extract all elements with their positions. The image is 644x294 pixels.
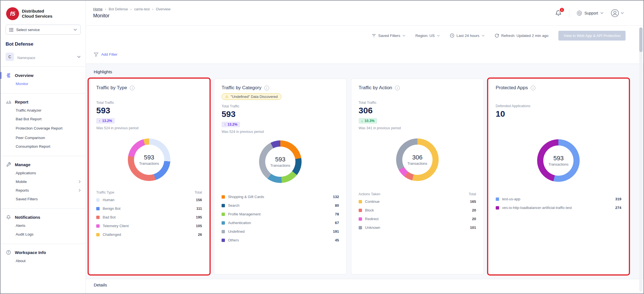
legend-item[interactable]: ves-io-http-loadbalancer-artificial-traf… xyxy=(496,203,621,212)
service-selector[interactable]: Select service xyxy=(6,25,81,35)
chevron-down-icon xyxy=(621,12,624,14)
sidebar-item-saved-filters[interactable]: Saved Filters xyxy=(1,195,86,203)
region-dropdown[interactable]: Region: US xyxy=(415,34,440,38)
legend-item[interactable]: Telemetry Client105 xyxy=(96,222,202,230)
legend-item[interactable]: Shopping & Gift Cards132 xyxy=(222,192,339,201)
card-traffic-by-category: Traffic by Category i ⚠ "Undefined" Data… xyxy=(214,79,347,274)
delta-badge: ↑ 13.2% xyxy=(222,122,240,127)
donut-chart[interactable]: 593 Transactions xyxy=(537,139,580,182)
info-icon[interactable]: i xyxy=(531,86,535,90)
legend: Traffic Type Total Human156 Benign Bot11… xyxy=(96,190,202,239)
legend-item[interactable]: Redirect20 xyxy=(359,215,476,223)
scrollbar-thumb[interactable] xyxy=(639,27,643,52)
legend-swatch xyxy=(96,207,100,210)
sidebar-item-report[interactable]: Report xyxy=(1,98,86,106)
breadcrumb-namespace[interactable]: carrie-test xyxy=(134,7,150,11)
donut-chart[interactable]: 593 Transactions xyxy=(128,138,170,181)
sidebar-item-bad-bot-report[interactable]: Bad Bot Report xyxy=(1,115,86,123)
legend-item[interactable]: Continue165 xyxy=(359,197,476,206)
sidebar-item-notifications[interactable]: Notifications xyxy=(1,213,86,221)
stat-value: 593 xyxy=(222,109,339,119)
info-icon[interactable]: i xyxy=(264,86,269,90)
donut-center-value: 593 xyxy=(553,155,564,162)
breadcrumb-overview[interactable]: Overview xyxy=(156,7,170,11)
user-menu[interactable] xyxy=(611,9,624,17)
notifications-bell-button[interactable]: 1 xyxy=(555,10,562,17)
bar-chart-icon xyxy=(6,100,11,104)
legend-item[interactable]: Profile Management78 xyxy=(222,210,339,218)
sidebar-item-audit-logs[interactable]: Audit Logs xyxy=(1,230,86,239)
sidebar-item-traffic-analyzer[interactable]: Traffic Analyzer xyxy=(1,106,86,115)
legend-item[interactable]: Undefined191 xyxy=(222,227,339,236)
legend-swatch xyxy=(222,213,225,216)
sidebar-item-about[interactable]: About xyxy=(1,257,86,265)
breadcrumb-home[interactable]: Home xyxy=(93,7,102,11)
sidebar-item-monitor[interactable]: Monitor xyxy=(1,79,86,88)
legend-item[interactable]: Block20 xyxy=(359,206,476,215)
sidebar-item-mobile[interactable]: Mobile xyxy=(1,177,86,186)
donut-chart[interactable]: 306 Transactions xyxy=(396,138,439,181)
stat-label: Total Traffic xyxy=(222,104,339,108)
undefined-data-warning-badge[interactable]: ⚠ "Undefined" Data Discovered xyxy=(222,93,281,100)
legend-item[interactable]: Unknown101 xyxy=(359,223,476,232)
legend: test-us-app319 ves-io-http-loadbalancer-… xyxy=(496,195,621,212)
legend-swatch xyxy=(359,226,362,229)
legend-item[interactable]: test-us-app319 xyxy=(496,195,621,203)
main-content: Home › Bot Defense › carrie-test › Overv… xyxy=(86,1,643,293)
active-indicator xyxy=(1,72,1,79)
time-range-dropdown[interactable]: Last 24 hours xyxy=(450,33,485,38)
card-title: Traffic by Category xyxy=(222,85,262,91)
legend-item[interactable]: Authentication67 xyxy=(222,218,339,227)
saved-filters-dropdown[interactable]: Saved Filters xyxy=(372,34,405,38)
funnel-icon xyxy=(94,52,98,57)
legend-item[interactable]: Search80 xyxy=(222,201,339,210)
info-icon[interactable]: i xyxy=(395,86,400,90)
wrench-icon xyxy=(6,162,11,167)
sidebar-item-consumption-report[interactable]: Consumption Report xyxy=(1,142,86,151)
info-icon xyxy=(6,250,11,255)
legend-swatch xyxy=(222,204,225,207)
sidebar-item-workspace-info[interactable]: Workspace Info xyxy=(1,248,86,257)
vertical-scrollbar[interactable] xyxy=(639,27,643,292)
legend-item[interactable]: Bad Bot195 xyxy=(96,213,202,222)
donut-center-label: Transactions xyxy=(407,162,427,166)
details-section-header: Details xyxy=(86,279,643,288)
card-title: Traffic by Type xyxy=(96,85,127,91)
legend-swatch xyxy=(359,200,362,203)
overview-icon xyxy=(6,73,11,78)
support-menu[interactable]: Support xyxy=(577,10,603,16)
chevron-right-icon xyxy=(79,189,81,192)
sidebar-item-peer-comparison[interactable]: Peer Comparison xyxy=(1,133,86,142)
chevron-down-icon xyxy=(482,35,485,37)
sidebar-item-applications[interactable]: Applications xyxy=(1,169,86,177)
sidebar-item-overview[interactable]: Overview xyxy=(1,71,86,79)
sidebar-item-reports[interactable]: Reports xyxy=(1,186,86,195)
sidebar-item-manage[interactable]: Manage xyxy=(1,161,86,169)
stat-value: 10 xyxy=(496,109,621,119)
arrow-up-icon: ↑ xyxy=(99,119,100,123)
namespace-selector[interactable]: C Namespace xyxy=(6,53,81,67)
sidebar-item-protection-coverage-report[interactable]: Protection Coverage Report xyxy=(1,123,86,133)
donut-chart[interactable]: 593 Transactions xyxy=(259,140,302,183)
legend-item[interactable]: Challenged26 xyxy=(96,230,202,239)
stat-label: Defended Applications xyxy=(496,104,621,108)
legend-item[interactable]: Human156 xyxy=(96,196,202,204)
donut-center-label: Transactions xyxy=(549,163,568,166)
legend-item[interactable]: Others45 xyxy=(222,236,339,244)
sidebar-item-alerts[interactable]: Alerts xyxy=(1,221,86,230)
support-label: Support xyxy=(584,11,598,15)
clock-icon xyxy=(450,33,454,38)
refresh-icon xyxy=(495,33,499,38)
add-filter-button[interactable]: Add Filter xyxy=(94,52,117,57)
service-selector-label: Select service xyxy=(16,28,40,32)
donut-center-label: Transactions xyxy=(139,162,159,166)
refresh-button[interactable]: Refresh: Updated 2 min ago xyxy=(495,33,549,38)
breadcrumb-separator: › xyxy=(130,7,131,11)
view-in-waap-button[interactable]: View in Web App & API Protection xyxy=(558,31,626,41)
breadcrumb-bot-defense[interactable]: Bot Defense xyxy=(109,7,128,11)
card-traffic-by-action: Traffic by Action i Total Traffic 306 ↓ … xyxy=(351,79,484,274)
card-title: Protected Apps xyxy=(496,85,528,91)
nav-section-report: Report Traffic Analyzer Bad Bot Report P… xyxy=(1,93,86,156)
legend-item[interactable]: Benign Bot111 xyxy=(96,204,202,213)
info-icon[interactable]: i xyxy=(130,86,135,90)
